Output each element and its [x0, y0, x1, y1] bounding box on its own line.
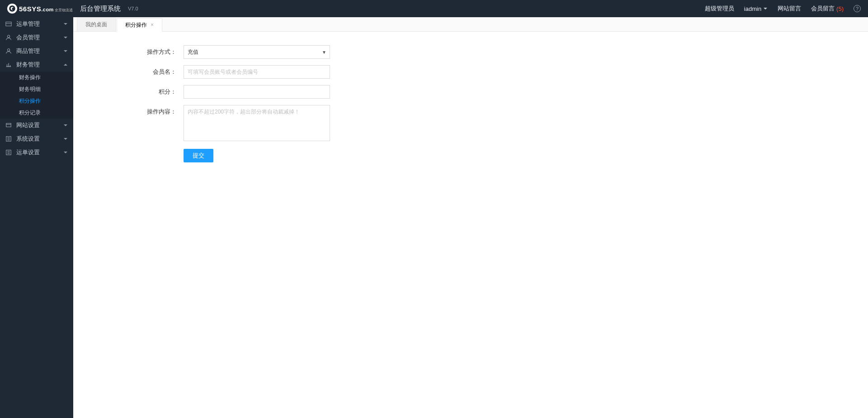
sidebar-subitem-3-0[interactable]: 财务操作	[0, 71, 73, 83]
tabs: 我的桌面积分操作×	[73, 17, 868, 32]
points-form: 操作方式： 充值 ▼ 会员名： 积分：	[84, 45, 437, 162]
chevron-down-icon	[63, 35, 68, 40]
sidebar-item-0[interactable]: 运单管理	[0, 17, 73, 31]
tab-0[interactable]: 我的桌面	[77, 18, 116, 31]
sidebar-item-3[interactable]: 财务管理	[0, 58, 73, 71]
sidebar-item-label: 系统设置	[16, 135, 40, 143]
sidebar-subitem-3-2[interactable]: 积分操作	[0, 95, 73, 107]
chevron-down-icon	[63, 123, 68, 128]
chevron-down-icon	[63, 150, 68, 155]
user-icon	[5, 48, 12, 54]
header-member-msg[interactable]: 会员留言 (5)	[811, 5, 844, 13]
sidebar-subitem-3-3[interactable]: 积分记录	[0, 107, 73, 119]
tab-1[interactable]: 积分操作×	[117, 18, 162, 32]
msg-count: (5)	[836, 5, 844, 12]
header-role: 超级管理员	[705, 5, 734, 13]
sidebar-subitem-3-1[interactable]: 财务明细	[0, 83, 73, 95]
logo-text: 56SYS.com 全景物流通	[19, 5, 73, 13]
sidebar-item-label: 财务管理	[16, 61, 40, 69]
header-site-msg[interactable]: 网站留言	[778, 5, 801, 13]
header-username: iadmin	[744, 5, 761, 12]
header: 56SYS.com 全景物流通 后台管理系统 V7.0 超级管理员 iadmin…	[0, 0, 868, 17]
header-right: 超级管理员 iadmin 网站留言 会员留言 (5) ?	[705, 5, 861, 13]
chevron-down-icon	[63, 22, 68, 26]
label-member: 会员名：	[84, 65, 184, 79]
sidebar-item-2[interactable]: 商品管理	[0, 44, 73, 58]
help-icon[interactable]: ?	[854, 5, 861, 12]
waybill-icon	[5, 21, 12, 27]
tab-label: 我的桌面	[85, 21, 107, 28]
logo[interactable]: 56SYS.com 全景物流通	[7, 4, 73, 14]
sidebar-item-label: 运单管理	[16, 20, 40, 28]
sidebar-item-label: 商品管理	[16, 47, 40, 55]
mode-select[interactable]: 充值	[184, 45, 330, 59]
sidebar-item-label: 会员管理	[16, 33, 40, 42]
finance-icon	[5, 62, 12, 68]
chevron-up-icon	[63, 62, 68, 67]
svg-point-2	[7, 35, 9, 38]
chevron-down-icon	[763, 6, 768, 11]
version: V7.0	[128, 6, 138, 11]
svg-rect-0	[6, 22, 11, 26]
points-input[interactable]	[184, 85, 330, 99]
header-user-menu[interactable]: iadmin	[744, 5, 768, 12]
chevron-down-icon	[63, 137, 68, 141]
header-left: 56SYS.com 全景物流通 后台管理系统 V7.0	[7, 4, 138, 14]
system-icon	[5, 136, 12, 142]
system-title: 后台管理系统	[80, 5, 121, 13]
tab-label: 积分操作	[125, 21, 147, 29]
close-icon[interactable]: ×	[151, 22, 154, 28]
svg-rect-4	[6, 124, 11, 127]
label-content: 操作内容：	[84, 105, 184, 119]
system-icon	[5, 149, 12, 156]
member-input[interactable]	[184, 65, 330, 79]
chevron-down-icon	[63, 49, 68, 53]
logo-icon	[7, 4, 17, 14]
sidebar-item-5[interactable]: 系统设置	[0, 132, 73, 146]
sidebar-item-4[interactable]: 网站设置	[0, 119, 73, 132]
sidebar-item-6[interactable]: 运单设置	[0, 146, 73, 159]
submit-button[interactable]: 提交	[184, 149, 213, 162]
logo-tagline: 全景物流通	[55, 8, 73, 12]
sidebar: 运单管理会员管理商品管理财务管理财务操作财务明细积分操作积分记录网站设置系统设置…	[0, 17, 73, 418]
sidebar-item-1[interactable]: 会员管理	[0, 31, 73, 44]
content: 操作方式： 充值 ▼ 会员名： 积分：	[73, 32, 868, 418]
user-icon	[5, 34, 12, 41]
sidebar-item-label: 网站设置	[16, 121, 40, 129]
label-points: 积分：	[84, 85, 184, 99]
svg-point-3	[7, 49, 9, 51]
label-mode: 操作方式：	[84, 45, 184, 59]
content-textarea[interactable]	[184, 105, 330, 141]
main: 我的桌面积分操作× 操作方式： 充值 ▼ 会员名： 积分	[73, 17, 868, 418]
sidebar-item-label: 运单设置	[16, 148, 40, 157]
site-icon	[5, 122, 12, 128]
